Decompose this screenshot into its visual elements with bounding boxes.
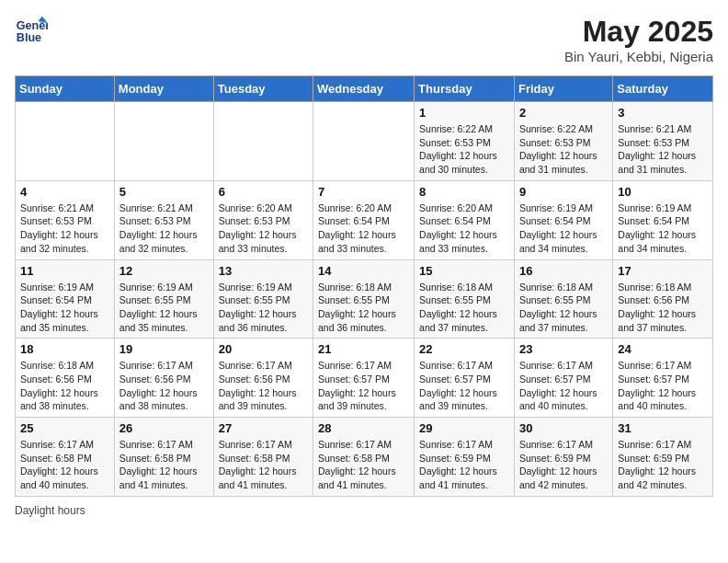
day-number: 9 xyxy=(519,185,608,199)
day-cell: 22Sunrise: 6:17 AM Sunset: 6:57 PM Dayli… xyxy=(415,339,515,418)
day-cell: 11Sunrise: 6:19 AM Sunset: 6:54 PM Dayli… xyxy=(16,259,115,339)
day-number: 14 xyxy=(318,264,409,278)
day-number: 25 xyxy=(20,421,109,435)
day-number: 2 xyxy=(519,106,608,120)
calendar-table: SundayMondayTuesdayWednesdayThursdayFrid… xyxy=(15,75,713,497)
day-number: 10 xyxy=(618,185,708,199)
day-cell: 15Sunrise: 6:18 AM Sunset: 6:55 PM Dayli… xyxy=(415,259,515,339)
day-number: 1 xyxy=(419,106,509,120)
day-info: Sunrise: 6:17 AM Sunset: 6:56 PM Dayligh… xyxy=(219,359,308,413)
main-title: May 2025 xyxy=(564,15,713,49)
day-number: 24 xyxy=(618,342,708,356)
day-number: 28 xyxy=(318,421,409,435)
day-cell xyxy=(213,102,313,181)
day-number: 15 xyxy=(419,264,509,278)
day-info: Sunrise: 6:21 AM Sunset: 6:53 PM Dayligh… xyxy=(20,201,109,256)
daylight-label: Daylight hours xyxy=(15,504,85,517)
day-number: 22 xyxy=(419,342,509,356)
day-info: Sunrise: 6:21 AM Sunset: 6:53 PM Dayligh… xyxy=(618,122,708,177)
day-cell: 17Sunrise: 6:18 AM Sunset: 6:56 PM Dayli… xyxy=(613,259,713,339)
day-number: 21 xyxy=(318,342,409,356)
day-number: 16 xyxy=(519,264,608,278)
day-info: Sunrise: 6:17 AM Sunset: 6:57 PM Dayligh… xyxy=(419,359,509,413)
day-cell xyxy=(16,102,115,181)
day-info: Sunrise: 6:18 AM Sunset: 6:55 PM Dayligh… xyxy=(419,281,509,335)
day-cell: 5Sunrise: 6:21 AM Sunset: 6:53 PM Daylig… xyxy=(114,180,213,259)
day-number: 20 xyxy=(219,342,308,356)
day-cell: 25Sunrise: 6:17 AM Sunset: 6:58 PM Dayli… xyxy=(16,418,115,497)
day-info: Sunrise: 6:17 AM Sunset: 6:56 PM Dayligh… xyxy=(119,359,209,413)
day-info: Sunrise: 6:19 AM Sunset: 6:54 PM Dayligh… xyxy=(20,281,109,335)
day-cell: 6Sunrise: 6:20 AM Sunset: 6:53 PM Daylig… xyxy=(213,180,313,259)
week-row-3: 11Sunrise: 6:19 AM Sunset: 6:54 PM Dayli… xyxy=(16,259,713,339)
day-cell: 16Sunrise: 6:18 AM Sunset: 6:55 PM Dayli… xyxy=(514,259,612,339)
day-info: Sunrise: 6:22 AM Sunset: 6:53 PM Dayligh… xyxy=(519,122,608,177)
day-number: 7 xyxy=(318,185,409,199)
day-cell: 4Sunrise: 6:21 AM Sunset: 6:53 PM Daylig… xyxy=(16,180,115,259)
col-header-wednesday: Wednesday xyxy=(313,76,415,102)
day-info: Sunrise: 6:17 AM Sunset: 6:58 PM Dayligh… xyxy=(20,438,109,492)
day-number: 6 xyxy=(219,185,308,199)
day-info: Sunrise: 6:19 AM Sunset: 6:54 PM Dayligh… xyxy=(519,201,608,256)
col-header-saturday: Saturday xyxy=(613,76,713,102)
day-info: Sunrise: 6:19 AM Sunset: 6:55 PM Dayligh… xyxy=(219,281,308,335)
day-cell: 21Sunrise: 6:17 AM Sunset: 6:57 PM Dayli… xyxy=(313,339,415,418)
day-info: Sunrise: 6:20 AM Sunset: 6:54 PM Dayligh… xyxy=(419,201,509,256)
day-cell: 18Sunrise: 6:18 AM Sunset: 6:56 PM Dayli… xyxy=(16,339,115,418)
day-cell: 12Sunrise: 6:19 AM Sunset: 6:55 PM Dayli… xyxy=(114,259,213,339)
day-number: 13 xyxy=(219,264,308,278)
column-headers: SundayMondayTuesdayWednesdayThursdayFrid… xyxy=(16,76,713,102)
day-cell: 30Sunrise: 6:17 AM Sunset: 6:59 PM Dayli… xyxy=(514,418,612,497)
week-row-2: 4Sunrise: 6:21 AM Sunset: 6:53 PM Daylig… xyxy=(16,180,713,259)
day-cell: 19Sunrise: 6:17 AM Sunset: 6:56 PM Dayli… xyxy=(114,339,213,418)
col-header-monday: Monday xyxy=(114,76,213,102)
day-info: Sunrise: 6:22 AM Sunset: 6:53 PM Dayligh… xyxy=(419,122,509,177)
day-cell xyxy=(313,102,415,181)
day-number: 8 xyxy=(419,185,509,199)
day-number: 5 xyxy=(119,185,209,199)
day-info: Sunrise: 6:18 AM Sunset: 6:55 PM Dayligh… xyxy=(519,281,608,335)
logo: General Blue xyxy=(15,15,48,48)
day-info: Sunrise: 6:17 AM Sunset: 6:59 PM Dayligh… xyxy=(519,438,608,492)
day-number: 11 xyxy=(20,264,109,278)
logo-icon: General Blue xyxy=(15,15,48,48)
day-cell: 7Sunrise: 6:20 AM Sunset: 6:54 PM Daylig… xyxy=(313,180,415,259)
day-cell: 23Sunrise: 6:17 AM Sunset: 6:57 PM Dayli… xyxy=(514,339,612,418)
week-row-5: 25Sunrise: 6:17 AM Sunset: 6:58 PM Dayli… xyxy=(16,418,713,497)
day-number: 27 xyxy=(219,421,308,435)
day-cell: 20Sunrise: 6:17 AM Sunset: 6:56 PM Dayli… xyxy=(213,339,313,418)
day-cell: 8Sunrise: 6:20 AM Sunset: 6:54 PM Daylig… xyxy=(415,180,515,259)
day-info: Sunrise: 6:20 AM Sunset: 6:53 PM Dayligh… xyxy=(219,201,308,256)
svg-text:Blue: Blue xyxy=(17,31,41,44)
day-info: Sunrise: 6:17 AM Sunset: 6:58 PM Dayligh… xyxy=(119,438,209,492)
day-cell: 29Sunrise: 6:17 AM Sunset: 6:59 PM Dayli… xyxy=(415,418,515,497)
day-number: 17 xyxy=(618,264,708,278)
title-block: May 2025 Bin Yauri, Kebbi, Nigeria xyxy=(564,15,713,64)
day-cell xyxy=(114,102,213,181)
day-cell: 27Sunrise: 6:17 AM Sunset: 6:58 PM Dayli… xyxy=(213,418,313,497)
day-number: 23 xyxy=(519,342,608,356)
day-info: Sunrise: 6:19 AM Sunset: 6:55 PM Dayligh… xyxy=(119,281,209,335)
day-info: Sunrise: 6:17 AM Sunset: 6:58 PM Dayligh… xyxy=(318,438,409,492)
day-cell: 31Sunrise: 6:17 AM Sunset: 6:59 PM Dayli… xyxy=(613,418,713,497)
col-header-tuesday: Tuesday xyxy=(213,76,313,102)
page-header: General Blue May 2025 Bin Yauri, Kebbi, … xyxy=(15,15,713,64)
day-number: 31 xyxy=(618,421,708,435)
day-number: 4 xyxy=(20,185,109,199)
day-info: Sunrise: 6:17 AM Sunset: 6:57 PM Dayligh… xyxy=(618,359,708,413)
footer-note: Daylight hours xyxy=(15,504,713,517)
day-info: Sunrise: 6:17 AM Sunset: 6:59 PM Dayligh… xyxy=(419,438,509,492)
day-number: 26 xyxy=(119,421,209,435)
day-cell: 26Sunrise: 6:17 AM Sunset: 6:58 PM Dayli… xyxy=(114,418,213,497)
day-number: 30 xyxy=(519,421,608,435)
day-cell: 28Sunrise: 6:17 AM Sunset: 6:58 PM Dayli… xyxy=(313,418,415,497)
week-row-1: 1Sunrise: 6:22 AM Sunset: 6:53 PM Daylig… xyxy=(16,102,713,181)
col-header-thursday: Thursday xyxy=(415,76,515,102)
day-number: 29 xyxy=(419,421,509,435)
day-number: 18 xyxy=(20,342,109,356)
day-cell: 9Sunrise: 6:19 AM Sunset: 6:54 PM Daylig… xyxy=(514,180,612,259)
day-info: Sunrise: 6:17 AM Sunset: 6:57 PM Dayligh… xyxy=(318,359,409,413)
col-header-friday: Friday xyxy=(514,76,612,102)
day-cell: 13Sunrise: 6:19 AM Sunset: 6:55 PM Dayli… xyxy=(213,259,313,339)
day-number: 3 xyxy=(618,106,708,120)
